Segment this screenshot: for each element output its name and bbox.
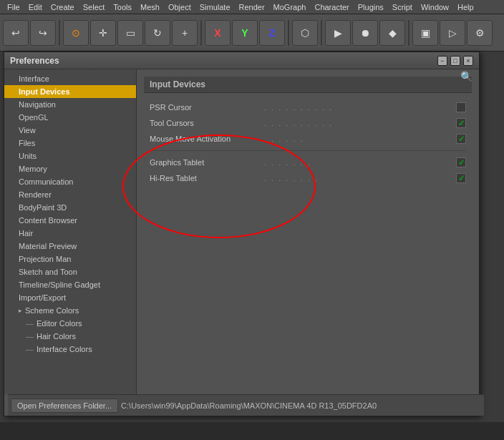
preferences-body: Interface Input Devices Navigation OpenG… (4, 69, 479, 394)
preferences-path: C:\Users\win99\AppData\Roaming\MAXON\CIN… (121, 401, 481, 410)
menu-edit[interactable]: Edit (24, 0, 47, 14)
keyframe-button[interactable]: ◆ (379, 20, 405, 46)
sidebar-item-files[interactable]: Files (4, 137, 136, 150)
sidebar-item-memory[interactable]: Memory (4, 162, 136, 175)
menubar: File Edit Create Select Tools Mesh Objec… (0, 0, 504, 14)
x-axis-button[interactable]: X (205, 20, 231, 46)
render-view-button[interactable]: ▣ (412, 20, 438, 46)
mouse-move-checkbox[interactable] (456, 134, 466, 144)
sidebar-item-interface[interactable]: Interface (4, 72, 136, 85)
tool-cursors-dots: . . . . . . . . . . (264, 119, 456, 127)
sidebar-item-sketch-toon[interactable]: Sketch and Toon (4, 265, 136, 278)
sidebar-item-input-devices[interactable]: Input Devices (4, 85, 136, 98)
graphics-tablet-row: Graphics Tablet . . . . . . . (144, 155, 472, 170)
menu-tools[interactable]: Tools (109, 0, 136, 14)
psr-cursor-label: PSR Cursor (150, 103, 264, 112)
menu-help[interactable]: Help (453, 0, 478, 14)
hair-colors-dash: — (26, 332, 34, 341)
mouse-move-dots: . . . . . . (264, 135, 456, 143)
menu-render[interactable]: Render (235, 0, 269, 14)
section-header: Input Devices (144, 77, 472, 93)
statusbar: Open Preferences Folder... C:\Users\win9… (8, 394, 484, 416)
maximize-button[interactable]: □ (450, 56, 460, 66)
tool-cursors-checkbox[interactable] (456, 118, 466, 128)
redo-button[interactable]: ↪ (30, 20, 56, 46)
select-button[interactable]: ⊙ (63, 20, 89, 46)
menu-mograph[interactable]: MoGraph (269, 0, 311, 14)
hires-tablet-dots: . . . . . . . . (264, 174, 456, 182)
render-settings-button[interactable]: ⚙ (467, 20, 493, 46)
search-icon[interactable]: 🔍 (459, 69, 473, 84)
menu-select[interactable]: Select (79, 0, 110, 14)
separator (150, 150, 466, 151)
y-axis-button[interactable]: Y (232, 20, 258, 46)
menu-script[interactable]: Script (388, 0, 417, 14)
bottom-area (0, 422, 504, 440)
refresh-button[interactable]: ↻ (145, 20, 170, 46)
menu-character[interactable]: Character (310, 0, 353, 14)
sidebar-item-opengl[interactable]: OpenGL (4, 111, 136, 124)
sidebar-item-navigation[interactable]: Navigation (4, 98, 136, 111)
menu-object[interactable]: Object (164, 0, 195, 14)
hires-tablet-row: Hi-Res Tablet . . . . . . . . (144, 171, 472, 185)
graphics-tablet-label: Graphics Tablet (150, 158, 264, 167)
hires-tablet-checkbox[interactable] (456, 173, 466, 183)
menu-simulate[interactable]: Simulate (195, 0, 235, 14)
add-button[interactable]: + (172, 20, 198, 46)
menu-mesh[interactable]: Mesh (136, 0, 164, 14)
window-controls: − □ × (437, 56, 473, 66)
sidebar-item-editor-colors[interactable]: — Editor Colors (4, 317, 136, 330)
minimize-button[interactable]: − (437, 56, 447, 66)
close-button[interactable]: × (463, 56, 473, 66)
sidebar-item-hair[interactable]: Hair (4, 227, 136, 240)
psr-cursor-row: PSR Cursor . . . . . . . . . . (144, 100, 472, 114)
graphics-tablet-checkbox[interactable] (456, 157, 466, 167)
sidebar-item-timeline[interactable]: Timeline/Spline Gadget (4, 278, 136, 291)
scheme-colors-arrow: ▸ (19, 307, 22, 314)
sidebar-item-projection-man[interactable]: Projection Man (4, 253, 136, 265)
sidebar-item-renderer[interactable]: Renderer (4, 188, 136, 201)
sidebar-item-interface-colors[interactable]: — Interface Colors (4, 343, 136, 356)
undo-button[interactable]: ↩ (3, 20, 29, 46)
hires-tablet-label: Hi-Res Tablet (150, 174, 264, 182)
z-axis-button[interactable]: Z (259, 20, 285, 46)
preferences-content: Input Devices PSR Cursor . . . . . . . .… (137, 69, 479, 394)
move-button[interactable]: ✛ (90, 20, 116, 46)
tool-cursors-label: Tool Cursors (150, 119, 264, 127)
interface-colors-dash: — (26, 345, 34, 353)
tool-cursors-row: Tool Cursors . . . . . . . . . . (144, 116, 472, 130)
sidebar-item-content-browser[interactable]: Content Browser (4, 214, 136, 227)
cube-button[interactable]: ⬡ (292, 20, 318, 46)
preferences-title: Preferences (10, 56, 59, 66)
toolbar: ↩ ↪ ⊙ ✛ ▭ ↻ + X Y Z ⬡ ▶ ⏺ ◆ ▣ ▷ ⚙ (0, 14, 504, 52)
open-preferences-folder-button[interactable]: Open Preferences Folder... (11, 399, 118, 413)
mouse-move-label: Mouse Move Activation (150, 135, 264, 143)
menu-plugins[interactable]: Plugins (354, 0, 388, 14)
psr-cursor-dots: . . . . . . . . . . (264, 103, 456, 112)
menu-create[interactable]: Create (47, 0, 79, 14)
mouse-move-row: Mouse Move Activation . . . . . . (144, 132, 472, 146)
preferences-titlebar: Preferences − □ × (4, 52, 479, 69)
record-button[interactable]: ⏺ (352, 20, 378, 46)
play-button[interactable]: ▶ (325, 20, 351, 46)
sidebar-item-import-export[interactable]: Import/Export (4, 291, 136, 304)
sidebar-item-material-preview[interactable]: Material Preview (4, 240, 136, 253)
render-button[interactable]: ▷ (440, 20, 465, 46)
preferences-sidebar: Interface Input Devices Navigation OpenG… (4, 69, 137, 394)
graphics-tablet-dots: . . . . . . . (264, 158, 456, 167)
psr-cursor-checkbox[interactable] (456, 102, 466, 112)
editor-colors-dash: — (26, 319, 34, 328)
sidebar-item-scheme-colors[interactable]: ▸ Scheme Colors (4, 304, 136, 317)
sidebar-item-hair-colors[interactable]: — Hair Colors (4, 330, 136, 343)
sidebar-item-communication[interactable]: Communication (4, 175, 136, 188)
sidebar-item-units[interactable]: Units (4, 150, 136, 162)
object-button[interactable]: ▭ (117, 20, 143, 46)
sidebar-item-bodypaint[interactable]: BodyPaint 3D (4, 201, 136, 214)
menu-window[interactable]: Window (417, 0, 453, 14)
sidebar-item-view[interactable]: View (4, 124, 136, 137)
preferences-window: Preferences − □ × 🔍 Interface Input Devi… (4, 52, 480, 416)
menu-file[interactable]: File (3, 0, 24, 14)
